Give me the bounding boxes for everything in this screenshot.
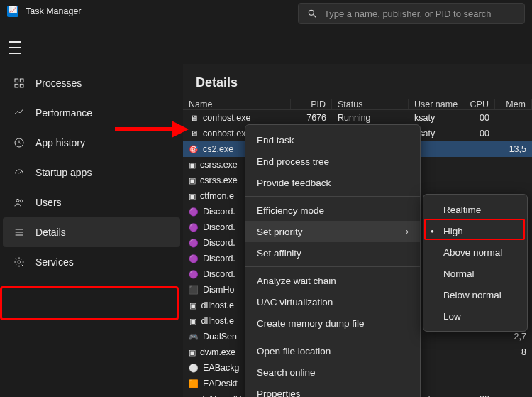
process-icon: 🟣 xyxy=(189,238,199,248)
history-icon xyxy=(13,136,26,149)
svg-point-9 xyxy=(21,200,23,202)
cell-name: ctfmon.e xyxy=(200,191,234,201)
sidebar-item-services[interactable]: Services xyxy=(3,247,180,277)
context-menu-label: End task xyxy=(257,135,294,146)
context-menu-item[interactable]: UAC virtualization xyxy=(245,291,420,312)
cell-mem: 8 xyxy=(419,344,532,360)
priority-submenu[interactable]: RealtimeHighAbove normalNormalBelow norm… xyxy=(423,194,528,332)
sidebar-item-label: Processes xyxy=(35,77,82,89)
cell-name: Discord. xyxy=(203,222,235,232)
process-icon: 🟧 xyxy=(189,379,199,388)
cell-mem xyxy=(495,391,532,397)
context-menu-item[interactable]: Efficiency mode xyxy=(245,200,420,221)
submenu-item[interactable]: Normal xyxy=(423,263,527,284)
context-menu-label: Search online xyxy=(257,367,316,378)
sidebar-item-users[interactable]: Users xyxy=(3,187,180,217)
col-user[interactable]: User name xyxy=(409,99,465,109)
process-icon: 🟣 xyxy=(189,269,199,279)
gear-icon xyxy=(13,256,26,268)
cell-cpu: 00 xyxy=(465,110,495,126)
search-icon xyxy=(307,9,317,18)
cell-name: csrss.exe xyxy=(200,160,238,170)
menu-separator xyxy=(245,337,420,337)
process-icon: ▣ xyxy=(189,160,196,170)
sidebar-item-label: Services xyxy=(35,256,74,268)
context-menu-item[interactable]: Analyze wait chain xyxy=(245,270,420,291)
list-icon xyxy=(13,226,26,239)
search-placeholder: Type a name, publisher, or PID to search xyxy=(324,9,492,19)
cell-cpu: 00 xyxy=(465,126,495,141)
process-icon: 🎮 xyxy=(189,332,199,342)
process-icon: 🟣 xyxy=(189,254,199,263)
context-menu-label: UAC virtualization xyxy=(257,297,333,308)
context-menu-label: Efficiency mode xyxy=(257,205,324,216)
svg-point-8 xyxy=(16,199,19,202)
submenu-item[interactable]: Below normal xyxy=(423,284,527,305)
context-menu-label: Set affinity xyxy=(257,248,301,259)
cell-status: Running xyxy=(332,110,409,126)
cell-mem xyxy=(495,110,532,126)
process-icon: 🖥 xyxy=(189,129,199,138)
menu-separator xyxy=(245,196,420,197)
app-title: Task Manager xyxy=(26,6,82,16)
grid-icon xyxy=(13,77,26,89)
table-row[interactable]: 🖥conhost.exe7676Runningksaty00 xyxy=(183,110,532,126)
svg-rect-5 xyxy=(20,84,23,87)
context-menu-item[interactable]: End task xyxy=(245,129,420,151)
cell-name: Discord. xyxy=(203,207,235,217)
submenu-item[interactable]: Low xyxy=(423,305,527,327)
cell-mem xyxy=(419,360,532,376)
cell-name: Discord. xyxy=(203,238,235,248)
col-name[interactable]: Name xyxy=(183,99,291,109)
col-cpu[interactable]: CPU xyxy=(465,99,495,109)
cell-name: dllhost.e xyxy=(201,300,234,310)
cell-mem xyxy=(419,157,532,173)
context-menu-item[interactable]: Search online xyxy=(245,361,420,383)
sidebar-item-startup-apps[interactable]: Startup apps xyxy=(3,158,180,187)
cell-name: cs2.exe xyxy=(203,144,233,154)
svg-rect-3 xyxy=(20,79,23,82)
context-menu-item[interactable]: Create memory dump file xyxy=(245,312,420,334)
col-mem[interactable]: Mem xyxy=(495,99,532,109)
submenu-item[interactable]: High xyxy=(423,220,527,241)
process-icon: ▣ xyxy=(189,175,196,185)
context-menu[interactable]: End taskEnd process treeProvide feedback… xyxy=(245,124,421,397)
cell-name: EABackg xyxy=(203,363,239,373)
context-menu-item[interactable]: Set affinity xyxy=(245,242,420,263)
page-title: Details xyxy=(183,64,532,99)
context-menu-label: Analyze wait chain xyxy=(257,276,336,286)
process-icon: ▣ xyxy=(189,394,198,397)
context-menu-item[interactable]: Properties xyxy=(245,383,420,397)
context-menu-label: Open file location xyxy=(257,346,331,357)
sidebar-item-label: Users xyxy=(35,197,62,208)
cell-name: conhost.exe xyxy=(203,129,250,138)
process-icon: ▣ xyxy=(189,347,196,357)
sidebar-item-app-history[interactable]: App history xyxy=(3,128,180,158)
table-header[interactable]: Name PID Status User name CPU Mem xyxy=(183,99,532,110)
cell-name: dllhost.e xyxy=(201,316,234,326)
sidebar-item-processes[interactable]: Processes xyxy=(3,68,180,98)
sidebar-item-label: Startup apps xyxy=(35,167,92,178)
cell-name: Discord. xyxy=(203,254,235,263)
context-menu-label: Provide feedback xyxy=(257,178,331,188)
cell-name: Discord. xyxy=(203,269,235,279)
col-pid[interactable]: PID xyxy=(291,99,332,109)
context-menu-item[interactable]: Open file location xyxy=(245,340,420,361)
cell-name: csrss.exe xyxy=(200,175,238,185)
process-icon: 🖥 xyxy=(189,113,199,123)
menu-toggle-icon[interactable] xyxy=(9,41,24,54)
app-icon xyxy=(7,6,18,17)
sidebar-item-details[interactable]: Details xyxy=(3,217,180,247)
submenu-item[interactable]: Realtime xyxy=(423,199,527,220)
col-status[interactable]: Status xyxy=(332,99,409,109)
context-menu-item[interactable]: End process tree xyxy=(245,151,420,172)
svg-point-13 xyxy=(18,261,21,263)
cell-name: dwm.exe xyxy=(200,347,235,357)
submenu-item[interactable]: Above normal xyxy=(423,241,527,263)
sidebar-item-performance[interactable]: Performance xyxy=(3,98,180,128)
context-menu-item[interactable]: Set priority› xyxy=(245,221,420,242)
search-input[interactable]: Type a name, publisher, or PID to search xyxy=(298,3,525,24)
cell-name: EADeskt xyxy=(203,379,238,388)
context-menu-label: Properties xyxy=(257,388,301,398)
context-menu-item[interactable]: Provide feedback xyxy=(245,172,420,193)
